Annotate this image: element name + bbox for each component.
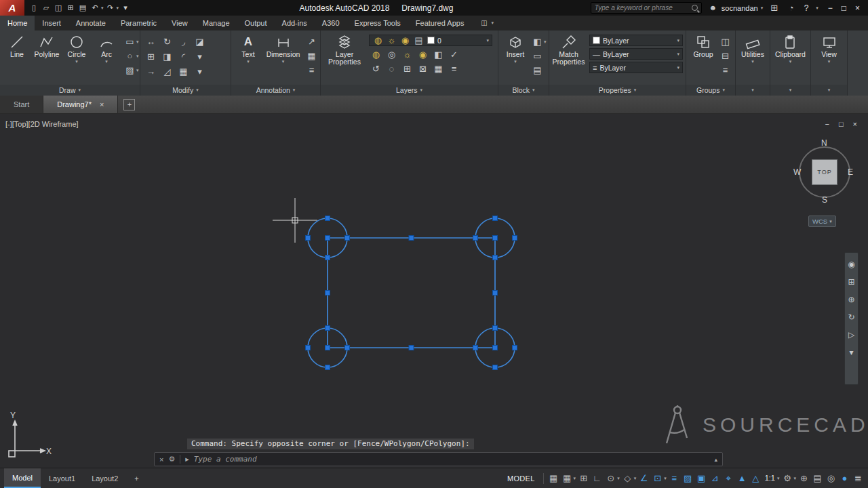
array-icon[interactable]: ▦ — [178, 66, 189, 77]
annotation-more-icon[interactable]: ≡ — [306, 64, 317, 76]
ribbon-tab-insert[interactable]: Insert — [35, 16, 68, 30]
hatch-tool-icon-caret[interactable]: ▾ — [136, 68, 139, 73]
file-tab-drawing7[interactable]: Drawing7* × — [43, 96, 118, 113]
ribbon-toggle-icon[interactable]: ◫ — [478, 18, 490, 29]
layer-off-icon[interactable]: ◍ — [370, 49, 382, 60]
utilities-panel-label[interactable]: ▾ — [736, 85, 770, 96]
viewport-controls[interactable]: [-][Top][2D Wireframe] — [5, 120, 79, 128]
annotation-autoscale-icon[interactable]: △ — [750, 472, 762, 484]
dynamic-ucs-icon[interactable]: ⊿ — [709, 472, 721, 484]
annotation-scale[interactable]: 1:1 — [764, 472, 776, 484]
dimension-button[interactable]: Dimension ▾ — [265, 33, 301, 85]
draw-panel-label[interactable]: Draw▾ — [0, 85, 140, 96]
layer-states-icon[interactable]: ≡ — [448, 63, 460, 75]
match-properties-button[interactable]: Match Properties — [552, 33, 585, 85]
lineweight-dropdown[interactable]: ≡ ByLayer ▾ — [589, 62, 683, 73]
help-search-box[interactable]: Type a keyword or phrase — [591, 2, 702, 14]
circle-button[interactable]: Circle ▾ — [62, 33, 91, 85]
ribbon-tab-add-ins[interactable]: Add-ins — [275, 16, 315, 30]
layer-walk-icon[interactable]: ▦ — [433, 63, 444, 75]
command-close-icon[interactable]: × — [159, 455, 163, 464]
utilities-button[interactable]: Utilities ▾ — [738, 33, 767, 85]
navbar-more-icon[interactable]: ▾ — [846, 347, 856, 357]
grip[interactable] — [306, 346, 311, 350]
insert-button[interactable]: Insert ▾ — [501, 33, 530, 85]
showmotion-icon[interactable]: ▷ — [846, 329, 856, 340]
layer-lock-icon[interactable]: ◉ — [417, 49, 429, 60]
groups-panel-label[interactable]: Groups▾ — [686, 85, 735, 96]
grip[interactable] — [326, 236, 330, 241]
lineweight-caret-icon[interactable]: ▾ — [677, 65, 679, 70]
grip[interactable] — [409, 236, 414, 241]
ribbon-tab-parametric[interactable]: Parametric — [113, 16, 164, 30]
grip[interactable] — [326, 291, 330, 296]
layer-on-icon[interactable]: ◍ — [372, 35, 384, 46]
qat-save-icon[interactable]: ◫ — [53, 3, 64, 14]
new-drawing-tab-button[interactable]: + — [123, 99, 135, 110]
minimize-button[interactable]: − — [828, 3, 833, 13]
polar-tracking-icon[interactable]: ⊙ — [605, 472, 616, 484]
layers-panel-label[interactable]: Layers▾ — [321, 85, 498, 96]
clipboard-caret-icon[interactable]: ▾ — [789, 59, 792, 64]
ortho-icon[interactable]: ∟ — [591, 472, 603, 484]
new-layout-button[interactable]: + — [126, 468, 146, 488]
graphics-performance-icon[interactable]: ● — [839, 472, 850, 484]
transparency-icon[interactable]: ▨ — [682, 472, 694, 484]
move-icon[interactable]: ↔ — [145, 36, 157, 47]
viewcube-west[interactable]: W — [793, 167, 801, 177]
help-dropdown-icon[interactable]: ▾ — [816, 5, 818, 11]
lineweight-icon[interactable]: ≡ — [669, 472, 680, 484]
layer-dropdown-caret-icon[interactable]: ▾ — [486, 38, 489, 43]
snap-icon-caret[interactable]: ▾ — [574, 476, 576, 481]
grip[interactable] — [473, 236, 478, 241]
qat-customize-icon[interactable]: ▾ — [120, 3, 131, 14]
rectangle-tool-icon[interactable]: ▭ — [124, 36, 136, 47]
help-button[interactable]: ? — [802, 2, 810, 14]
annotation-scale-caret[interactable]: ▾ — [777, 476, 780, 481]
stay-connected-icon[interactable]: ◔ — [785, 2, 797, 14]
customization-icon[interactable]: ≣ — [852, 472, 864, 484]
grip[interactable] — [493, 236, 498, 241]
circle-dropdown-icon[interactable]: ▾ — [75, 59, 78, 64]
group-selection-icon[interactable]: ≡ — [719, 64, 731, 76]
annotation-panel-label[interactable]: Annotation▾ — [231, 85, 320, 96]
app-store-icon[interactable]: ⊞ — [768, 2, 780, 14]
fillet-icon[interactable]: ◜ — [178, 51, 189, 62]
layer-unisolate-icon[interactable]: ◌ — [386, 63, 397, 75]
grip[interactable] — [326, 365, 330, 370]
doc-close-icon[interactable]: × — [853, 120, 857, 128]
erase-icon[interactable]: ◪ — [194, 36, 205, 47]
layer-plot-icon[interactable]: ▤ — [413, 35, 425, 46]
viewcube-north[interactable]: N — [821, 138, 827, 148]
qat-open-icon[interactable]: ▱ — [41, 3, 52, 14]
grip[interactable] — [473, 346, 478, 350]
zoom-icon[interactable]: ⊕ — [846, 294, 856, 304]
view-button[interactable]: View ▾ — [815, 33, 844, 85]
grip[interactable] — [493, 291, 498, 296]
qat-saveas-icon[interactable]: ⊞ — [65, 3, 76, 14]
line-button[interactable]: Line — [3, 33, 31, 85]
scale-icon[interactable]: ◿ — [161, 66, 173, 77]
viewcube-east[interactable]: E — [848, 167, 853, 177]
create-block-icon[interactable]: ▭ — [532, 50, 543, 62]
ribbon-toggle-caret-icon[interactable]: ▾ — [491, 20, 494, 26]
account-dropdown-icon[interactable]: ▾ — [761, 5, 764, 11]
qat-redo-icon-caret[interactable]: ▾ — [117, 5, 119, 11]
layer-match-icon[interactable]: ◧ — [433, 49, 444, 60]
close-button[interactable]: × — [855, 3, 860, 13]
define-attributes-icon[interactable]: ▤ — [532, 64, 543, 76]
grip[interactable] — [326, 326, 330, 331]
isolate-objects-icon[interactable]: ◎ — [825, 472, 837, 484]
text-button[interactable]: A Text ▾ — [234, 33, 262, 85]
grip[interactable] — [326, 256, 330, 260]
workspace-icon-caret[interactable]: ▾ — [793, 476, 796, 481]
file-tab-start[interactable]: Start — [0, 96, 43, 113]
qat-undo-icon-caret[interactable]: ▾ — [101, 5, 104, 11]
object-color-dropdown[interactable]: ByLayer ▾ — [589, 35, 683, 46]
grip[interactable] — [493, 346, 498, 350]
isometric-drafting-icon[interactable]: ◇ — [622, 472, 633, 484]
grip[interactable] — [326, 346, 330, 350]
search-icon[interactable] — [692, 5, 698, 11]
maximize-button[interactable]: □ — [842, 3, 846, 13]
clipboard-button[interactable]: Clipboard ▾ — [774, 33, 807, 85]
